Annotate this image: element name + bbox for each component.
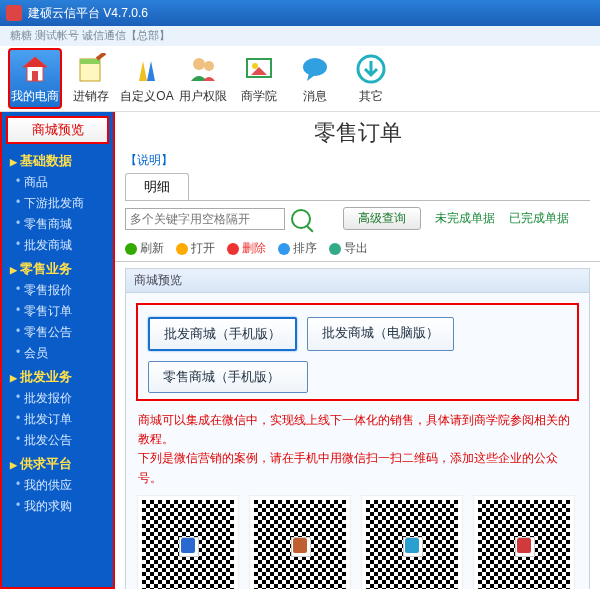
refresh-icon xyxy=(125,243,137,255)
page-title: 零售订单 xyxy=(115,112,600,150)
delete-icon xyxy=(227,243,239,255)
menu-group-2[interactable]: 批发业务 xyxy=(6,366,109,388)
tool-label: 其它 xyxy=(359,88,383,105)
tool-other[interactable]: 其它 xyxy=(344,48,398,109)
action-sort[interactable]: 排序 xyxy=(278,240,317,257)
main-area: 零售订单 【说明】 明细 高级查询 未完成单据 已完成单据 刷新 打开 删除 排… xyxy=(115,112,600,589)
search-input[interactable] xyxy=(125,208,285,230)
qr-row xyxy=(136,496,579,589)
qr-code-4 xyxy=(474,496,574,589)
app-logo-icon xyxy=(6,5,22,21)
menu-item-1-3[interactable]: 会员 xyxy=(6,343,109,364)
menu-group-3[interactable]: 供求平台 xyxy=(6,453,109,475)
menu-item-1-2[interactable]: 零售公告 xyxy=(6,322,109,343)
link-unfinished[interactable]: 未完成单据 xyxy=(435,210,495,227)
mall-btn-wholesale-pc[interactable]: 批发商城（电脑版） xyxy=(307,317,454,351)
notepad-icon xyxy=(74,52,108,86)
action-export[interactable]: 导出 xyxy=(329,240,368,257)
pencils-icon xyxy=(130,52,164,86)
window-titlebar: 建硕云信平台 V4.7.0.6 xyxy=(0,0,600,26)
svg-marker-7 xyxy=(147,61,155,81)
tool-user-permission[interactable]: 用户权限 xyxy=(176,48,230,109)
tool-label: 用户权限 xyxy=(179,88,227,105)
menu-item-0-2[interactable]: 零售商城 xyxy=(6,214,109,235)
search-icon[interactable] xyxy=(291,209,311,229)
tab-detail[interactable]: 明细 xyxy=(125,173,189,200)
main-toolbar: 我的电商 进销存 自定义OA 用户权限 商学院 消息 其它 xyxy=(0,46,600,112)
qr-code-2 xyxy=(250,496,350,589)
menu-item-1-0[interactable]: 零售报价 xyxy=(6,280,109,301)
menu-group-1[interactable]: 零售业务 xyxy=(6,258,109,280)
svg-marker-2 xyxy=(23,57,47,67)
menu-item-1-1[interactable]: 零售订单 xyxy=(6,301,109,322)
menu-item-0-1[interactable]: 下游批发商 xyxy=(6,193,109,214)
menu-item-0-0[interactable]: 商品 xyxy=(6,172,109,193)
picture-icon xyxy=(242,52,276,86)
action-delete[interactable]: 删除 xyxy=(227,240,266,257)
tool-label: 我的电商 xyxy=(11,88,59,105)
panel-head: 商城预览 xyxy=(126,269,589,293)
svg-point-11 xyxy=(252,63,258,69)
menu-item-2-0[interactable]: 批发报价 xyxy=(6,388,109,409)
menu-item-2-1[interactable]: 批发订单 xyxy=(6,409,109,430)
sort-icon xyxy=(278,243,290,255)
explain-link[interactable]: 【说明】 xyxy=(115,150,600,171)
advanced-search-button[interactable]: 高级查询 xyxy=(343,207,421,230)
svg-marker-6 xyxy=(139,61,147,81)
tool-my-ecommerce[interactable]: 我的电商 xyxy=(8,48,62,109)
tool-message[interactable]: 消息 xyxy=(288,48,342,109)
svg-point-13 xyxy=(303,58,327,76)
sidebar: 商城预览 基础数据商品下游批发商零售商城批发商城零售业务零售报价零售订单零售公告… xyxy=(0,112,115,589)
menu-item-2-2[interactable]: 批发公告 xyxy=(6,430,109,451)
menu-item-3-0[interactable]: 我的供应 xyxy=(6,475,109,496)
link-finished[interactable]: 已完成单据 xyxy=(509,210,569,227)
tool-label: 自定义OA xyxy=(120,88,173,105)
tool-inventory[interactable]: 进销存 xyxy=(64,48,118,109)
menu-item-3-1[interactable]: 我的求购 xyxy=(6,496,109,517)
open-icon xyxy=(176,243,188,255)
mall-preview-button[interactable]: 商城预览 xyxy=(6,116,109,144)
chat-icon xyxy=(298,52,332,86)
tool-label: 消息 xyxy=(303,88,327,105)
qr-code-3 xyxy=(362,496,462,589)
tool-custom-oa[interactable]: 自定义OA xyxy=(120,48,174,109)
menu-item-0-3[interactable]: 批发商城 xyxy=(6,235,109,256)
tool-label: 进销存 xyxy=(73,88,109,105)
svg-point-9 xyxy=(204,61,214,71)
action-refresh[interactable]: 刷新 xyxy=(125,240,164,257)
sub-header: 糖糖 测试帐号 诚信通信【总部】 xyxy=(0,26,600,46)
action-bar: 刷新 打开 删除 排序 导出 xyxy=(115,236,600,262)
svg-rect-4 xyxy=(80,59,100,64)
svg-point-8 xyxy=(193,58,205,70)
svg-line-5 xyxy=(97,53,105,59)
tool-label: 商学院 xyxy=(241,88,277,105)
search-bar: 高级查询 未完成单据 已完成单据 xyxy=(115,201,600,236)
house-icon xyxy=(18,52,52,86)
users-icon xyxy=(186,52,220,86)
export-icon xyxy=(329,243,341,255)
mall-preview-panel: 商城预览 批发商城（手机版） 批发商城（电脑版） 零售商城（手机版） 商城可以集… xyxy=(125,268,590,589)
download-icon xyxy=(354,52,388,86)
tool-academy[interactable]: 商学院 xyxy=(232,48,286,109)
menu-group-0[interactable]: 基础数据 xyxy=(6,150,109,172)
notice-text: 商城可以集成在微信中，实现线上线下一体化的销售，具体请到商学院参阅相关的教程。 … xyxy=(138,411,577,488)
mall-btn-retail-mobile[interactable]: 零售商城（手机版） xyxy=(148,361,308,393)
qr-code-1 xyxy=(138,496,238,589)
mall-buttons-box: 批发商城（手机版） 批发商城（电脑版） 零售商城（手机版） xyxy=(136,303,579,401)
svg-rect-1 xyxy=(32,71,38,81)
window-title: 建硕云信平台 V4.7.0.6 xyxy=(28,5,148,22)
mall-btn-wholesale-mobile[interactable]: 批发商城（手机版） xyxy=(148,317,297,351)
tabs: 明细 xyxy=(125,173,590,201)
action-open[interactable]: 打开 xyxy=(176,240,215,257)
